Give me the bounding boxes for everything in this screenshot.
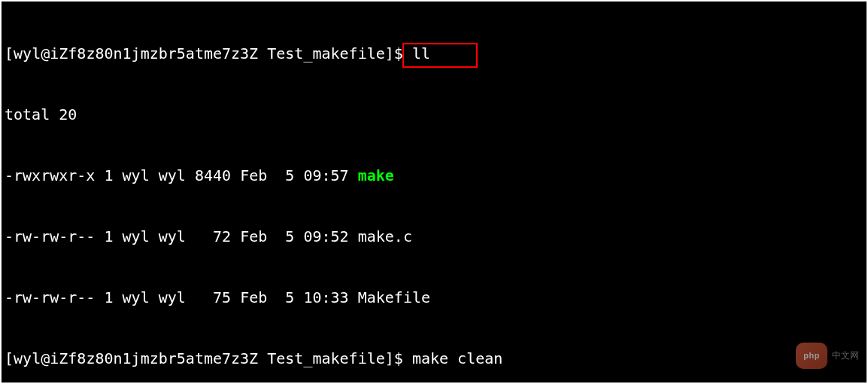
prompt-line-2: [wyl@iZf8z80n1jmzbr5atme7z3Z Test_makefi… bbox=[5, 349, 863, 369]
prompt-2: [wyl@iZf8z80n1jmzbr5atme7z3Z Test_makefi… bbox=[5, 349, 403, 367]
file-name: make.c bbox=[358, 227, 412, 245]
file-row: -rw-rw-r-- 1 wyl wyl 75 Feb 5 10:33 Make… bbox=[5, 288, 863, 308]
file-row: -rw-rw-r-- 1 wyl wyl 72 Feb 5 09:52 make… bbox=[5, 227, 863, 247]
prompt-line-1: [wyl@iZf8z80n1jmzbr5atme7z3Z Test_makefi… bbox=[5, 44, 863, 64]
file-row: -rwxrwxr-x 1 wyl wyl 8440 Feb 5 09:57 ma… bbox=[5, 166, 863, 186]
command-2: make clean bbox=[412, 349, 502, 367]
total-1: total 20 bbox=[5, 105, 863, 125]
file-name: Makefile bbox=[358, 288, 430, 306]
watermark: php 中文网 bbox=[796, 343, 859, 369]
executable-file: make bbox=[358, 166, 394, 184]
prompt-1: [wyl@iZf8z80n1jmzbr5atme7z3Z Test_makefi… bbox=[5, 44, 403, 62]
watermark-text: 中文网 bbox=[832, 346, 859, 366]
watermark-badge: php bbox=[796, 343, 827, 369]
terminal-window[interactable]: [wyl@iZf8z80n1jmzbr5atme7z3Z Test_makefi… bbox=[2, 2, 866, 382]
command-1: ll bbox=[412, 44, 430, 62]
